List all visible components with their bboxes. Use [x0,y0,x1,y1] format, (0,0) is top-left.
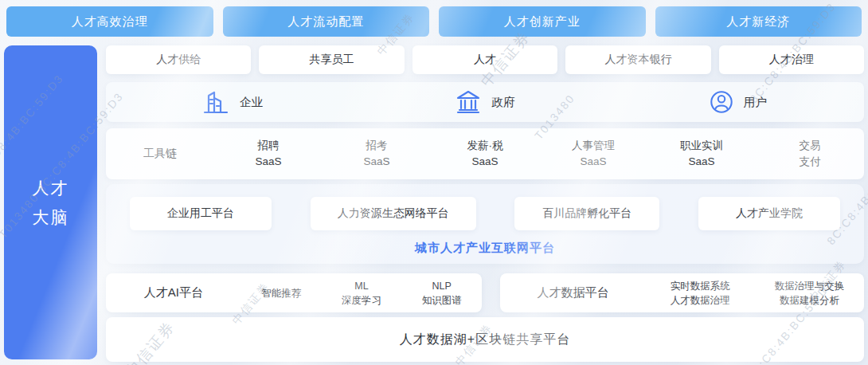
actors-row: 企业 政府 用户 [106,82,864,122]
tab-talent-efficient-governance[interactable]: 人才高效治理 [6,6,213,37]
ai-item-line2: 深度学习 [322,293,402,308]
ai-item-ml-deep-learning: ML 深度学习 [322,279,402,308]
talent-brain-label-line2: 大脑 [33,206,69,229]
toolchain-col-line2: 支付 [756,154,864,170]
talent-brain-label-line1: 人才 [33,177,69,199]
toolchain-col-line1: 交易 [756,138,864,154]
toolchain-col-payroll-tax-saas: 发薪·税 SaaS [431,138,539,170]
toolchain-col-line2: SaaS [323,154,431,170]
toolchain-col-vocational-training-saas: 职业实训 SaaS [647,138,756,170]
ai-item-line1: NLP [401,279,482,293]
ai-item-line1: ML [322,279,402,293]
actor-enterprise: 企业 [106,82,358,122]
platform-box-talent-industry-academy: 人才产业学院 [698,197,840,230]
supply-box-talent: 人才 [412,45,557,74]
toolchain-col-line2: SaaS [539,154,647,170]
data-lake-blockchain-bar: 人才数据湖+区块链共享平台 [106,317,864,362]
data-item-line2: 人才数据治理 [646,293,755,308]
city-talent-internet-platform-caption: 城市人才产业互联网平台 [106,241,864,256]
supply-box-talent-governance: 人才治理 [719,45,864,74]
talent-ai-platform-title: 人才AI平台 [106,285,241,300]
talent-ai-platform-box: 人才AI平台 智能推荐 ML 深度学习 NLP 知识图谱 [106,273,482,312]
tab-talent-innovation-industry[interactable]: 人才创新产业 [439,6,646,37]
ai-item-nlp-knowledge-graph: NLP 知识图谱 [401,279,482,308]
actor-enterprise-label: 企业 [240,95,263,110]
data-item-line2: 数据建模分析 [755,293,864,308]
toolchain-col-hr-management-saas: 人事管理 SaaS [539,138,647,170]
talent-brain-architecture-diagram: 人才高效治理 人才流动配置 人才创新产业 人才新经济 人才 大脑 人才供给 共享… [0,0,868,365]
toolchain-col-exam-saas: 招考 SaaS [323,138,431,170]
supply-row: 人才供给 共享员工 人才 人才资本银行 人才治理 [106,45,864,74]
data-item-exchange-modeling: 数据治理与交换 数据建模分析 [755,279,864,308]
toolchain-col-line2: SaaS [214,154,323,170]
platform-box-baichuan-brand-incubation: 百川品牌孵化平台 [514,197,659,230]
toolchain-col-line2: SaaS [647,154,756,170]
toolchain-row: 工具链 招聘 SaaS 招考 SaaS 发薪·税 SaaS 人事管理 SaaS … [106,128,864,179]
top-tab-row: 人才高效治理 人才流动配置 人才创新产业 人才新经济 [6,6,862,37]
tab-talent-new-economy[interactable]: 人才新经济 [655,6,862,37]
platform-boxes: 企业用工平台 人力资源生态网络平台 百川品牌孵化平台 人才产业学院 [130,197,840,230]
toolchain-col-line1: 发薪·税 [431,138,539,154]
platform-box-enterprise-employment: 企业用工平台 [130,197,272,230]
data-item-line1: 数据治理与交换 [755,279,864,293]
toolchain-col-transaction-payment: 交易 支付 [756,138,864,170]
talent-data-platform-box: 人才数据平台 实时数据系统 人才数据治理 数据治理与交换 数据建模分析 [500,273,864,312]
supply-box-talent-supply: 人才供给 [106,45,251,74]
toolchain-col-line1: 人事管理 [539,138,647,154]
data-item-realtime-governance: 实时数据系统 人才数据治理 [646,279,755,308]
city-talent-platform-panel: 企业用工平台 人力资源生态网络平台 百川品牌孵化平台 人才产业学院 城市人才产业… [106,184,864,264]
building-icon [201,88,230,116]
tab-talent-flow-allocation[interactable]: 人才流动配置 [223,6,430,37]
toolchain-title: 工具链 [106,147,214,161]
supply-box-shared-employees: 共享员工 [259,45,404,74]
toolchain-col-recruiting-saas: 招聘 SaaS [214,138,323,170]
user-icon [709,89,734,115]
toolchain-col-line1: 招聘 [214,138,323,154]
ai-item-smart-recommendation: 智能推荐 [241,286,322,300]
data-item-line1: 实时数据系统 [646,279,755,293]
actor-user-label: 用户 [744,95,767,110]
actor-government-label: 政府 [491,95,514,110]
actor-user: 用户 [612,82,864,122]
talent-brain-block: 人才 大脑 [4,45,97,359]
platform-box-hr-ecosystem-network: 人力资源生态网络平台 [311,197,476,230]
toolchain-col-line1: 招考 [323,138,431,154]
talent-data-platform-title: 人才数据平台 [500,285,646,300]
supply-box-talent-capital-bank: 人才资本银行 [565,45,710,74]
ai-item-line2: 知识图谱 [401,293,482,308]
government-bank-icon [455,88,482,116]
toolchain-col-line1: 职业实训 [647,138,756,154]
toolchain-col-line2: SaaS [431,154,539,170]
actor-government: 政府 [358,82,611,122]
